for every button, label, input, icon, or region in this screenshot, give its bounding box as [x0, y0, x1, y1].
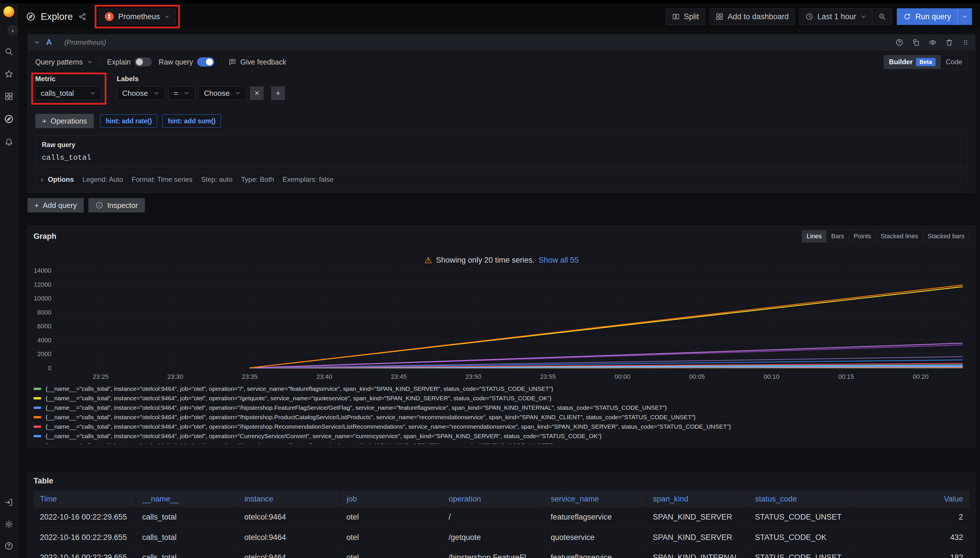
legend-series-label: {__name__="calls_total", instance="otelc…	[46, 386, 553, 392]
raw-query-toggle[interactable]	[197, 57, 214, 67]
legend-series-label: {__name__="calls_total", instance="otelc…	[46, 404, 667, 411]
graph-mode-stacked-bars[interactable]: Stacked bars	[923, 230, 969, 242]
legend-series-marker	[34, 407, 41, 409]
table-cell: STATUS_CODE_UNSET	[748, 547, 851, 558]
duplicate-query-button[interactable]	[912, 38, 920, 46]
code-label: Code	[946, 58, 962, 66]
datasource-picker[interactable]: Prometheus	[99, 8, 176, 25]
add-operation-button[interactable]: + Operations	[35, 114, 94, 128]
chevron-down-icon	[183, 90, 190, 96]
split-button[interactable]: Split	[666, 8, 705, 25]
table-cell: otelcol:9464	[238, 507, 340, 527]
delete-query-button[interactable]	[945, 38, 953, 46]
label-operator-select[interactable]: =	[168, 86, 195, 100]
table-column-header[interactable]: service_name	[544, 491, 646, 507]
code-tab[interactable]: Code	[941, 55, 967, 69]
query-patterns-dropdown[interactable]: Query patterns	[35, 58, 93, 66]
zoom-out-icon	[878, 13, 886, 21]
show-all-series-link[interactable]: Show all 55	[538, 256, 579, 265]
table-column-header[interactable]: operation	[442, 491, 544, 507]
table-column-header[interactable]: __name__	[136, 491, 238, 507]
sidebar-item-configuration[interactable]	[4, 520, 13, 529]
graph-panel-title: Graph	[34, 232, 56, 241]
raw-query-label: Raw query	[42, 141, 961, 149]
x-axis-tick: 23:35	[242, 373, 258, 380]
legend-item[interactable]: {__name__="calls_total", instance="otelc…	[34, 403, 969, 412]
explore-content: A (Prometheus) Query patterns	[18, 30, 980, 558]
sidebar-item-search[interactable]	[4, 47, 13, 56]
sidebar-item-explore[interactable]	[4, 114, 14, 124]
table-column-header[interactable]: job	[340, 491, 442, 507]
options-summary-item: Format: Time series	[132, 176, 192, 184]
options-summary-item: Legend: Auto	[82, 176, 123, 184]
query-row-header[interactable]: A (Prometheus)	[28, 35, 975, 50]
add-query-label: Add query	[43, 201, 77, 210]
query-options-row[interactable]: › Options Legend: AutoFormat: Time serie…	[35, 172, 968, 187]
query-hint-button[interactable]: hint: add sum()	[163, 115, 221, 128]
graph-mode-lines[interactable]: Lines	[802, 230, 827, 242]
inspector-label: Inspector	[107, 201, 138, 210]
table-column-header[interactable]: span_kind	[646, 491, 748, 507]
table-column-header[interactable]: Time	[34, 491, 136, 507]
y-axis-tick: 6000	[37, 323, 51, 330]
table-cell: otel	[340, 547, 442, 558]
drag-handle[interactable]	[962, 39, 969, 46]
give-feedback-link[interactable]: Give feedback	[229, 58, 286, 66]
legend-item-clipped[interactable]: {__name__="calls_total", instance="otelc…	[34, 441, 969, 444]
legend-item[interactable]: {__name__="calls_total", instance="otelc…	[34, 394, 969, 403]
add-to-dashboard-button[interactable]: Add to dashboard	[709, 8, 795, 25]
label-name-select[interactable]: Choose	[117, 86, 165, 100]
graph-mode-bars[interactable]: Bars	[826, 230, 848, 242]
legend-series-label: {__name__="calls_total", instance="otelc…	[46, 423, 731, 430]
sidebar-item-help[interactable]	[4, 542, 13, 551]
legend-item[interactable]: {__name__="calls_total", instance="otelc…	[34, 384, 969, 394]
inspector-button[interactable]: Inspector	[88, 198, 145, 212]
table-cell: SPAN_KIND_INTERNAL	[646, 547, 748, 558]
add-query-button[interactable]: + Add query	[28, 198, 84, 212]
sidebar-item-alerting[interactable]	[4, 137, 13, 146]
collapse-chevron-icon[interactable]	[34, 39, 41, 46]
table-column-header[interactable]: instance	[238, 491, 340, 507]
explain-label: Explain	[107, 58, 130, 66]
sidebar-item-sign-in[interactable]	[4, 498, 13, 507]
remove-label-filter-button[interactable]: ×	[250, 86, 264, 100]
graph-mode-stacked-lines[interactable]: Stacked lines	[876, 230, 923, 242]
legend-item[interactable]: {__name__="calls_total", instance="otelc…	[34, 422, 969, 431]
legend-series-label: {__name__="calls_total", instance="otelc…	[46, 414, 696, 421]
table-cell: SPAN_KIND_SERVER	[646, 507, 748, 527]
options-summary-item: Exemplars: false	[283, 176, 333, 184]
grip-icon	[962, 39, 969, 46]
hide-query-button[interactable]	[929, 38, 937, 46]
dashboards-icon	[4, 92, 13, 101]
datasource-name: Prometheus	[118, 12, 160, 21]
sidebar-item-starred[interactable]	[4, 69, 13, 79]
share-icon[interactable]	[78, 12, 87, 21]
time-range-picker[interactable]: Last 1 hour	[799, 8, 872, 25]
builder-tab[interactable]: Builder Beta	[884, 55, 941, 69]
metric-select[interactable]: calls_total	[35, 86, 101, 100]
time-series-chart[interactable]: 0200040006000800010000120001400023:2523:…	[34, 267, 968, 382]
query-hint-button[interactable]: hint: add rate()	[100, 115, 157, 128]
legend-item[interactable]: {__name__="calls_total", instance="otelc…	[34, 431, 969, 441]
x-axis-tick: 23:55	[540, 373, 556, 380]
query-help-button[interactable]	[895, 38, 903, 46]
sidebar-expand-button[interactable]: ›	[7, 25, 18, 36]
grafana-logo[interactable]	[3, 6, 14, 17]
legend-item: {__name__="calls_total", instance="otelc…	[34, 441, 969, 444]
explore-compass-icon	[26, 12, 36, 21]
run-query-button[interactable]: Run query	[897, 8, 972, 25]
zoom-out-button[interactable]	[872, 8, 892, 25]
table-column-header[interactable]: Value	[851, 491, 969, 507]
run-query-dropdown[interactable]	[957, 8, 972, 25]
graph-mode-points[interactable]: Points	[849, 230, 876, 242]
label-value-select[interactable]: Choose	[199, 86, 247, 100]
table-column-header[interactable]: status_code	[748, 491, 851, 507]
table-row: 2022-10-16 00:22:29.655calls_totalotelco…	[34, 527, 969, 547]
explain-toggle[interactable]	[135, 57, 152, 67]
add-label-filter-button[interactable]: +	[271, 86, 285, 100]
sidebar-item-dashboards[interactable]	[4, 92, 13, 101]
y-axis-tick: 0	[48, 364, 51, 372]
legend-item[interactable]: {__name__="calls_total", instance="otelc…	[34, 412, 969, 422]
label-value-placeholder: Choose	[204, 89, 230, 98]
legend-series-label: {__name__="calls_total", instance="otelc…	[46, 395, 551, 402]
